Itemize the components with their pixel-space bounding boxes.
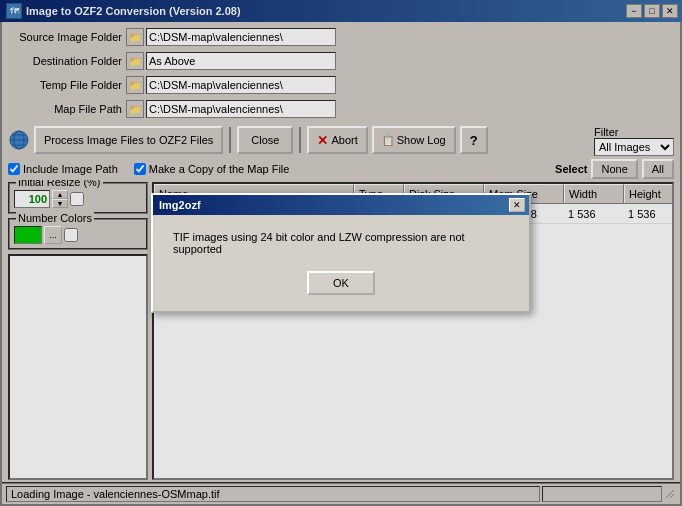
modal-dialog: Img2ozf ✕ TIF images using 24 bit color … xyxy=(151,193,531,313)
modal-title-bar: Img2ozf ✕ xyxy=(153,195,529,215)
modal-title: Img2ozf xyxy=(159,199,201,211)
modal-body: TIF images using 24 bit color and LZW co… xyxy=(153,215,529,311)
modal-close-button[interactable]: ✕ xyxy=(509,198,525,212)
ok-label: OK xyxy=(333,277,349,289)
modal-message: TIF images using 24 bit color and LZW co… xyxy=(173,231,509,255)
ok-button[interactable]: OK xyxy=(307,271,375,295)
modal-buttons: OK xyxy=(173,271,509,295)
modal-overlay: Img2ozf ✕ TIF images using 24 bit color … xyxy=(0,0,682,506)
